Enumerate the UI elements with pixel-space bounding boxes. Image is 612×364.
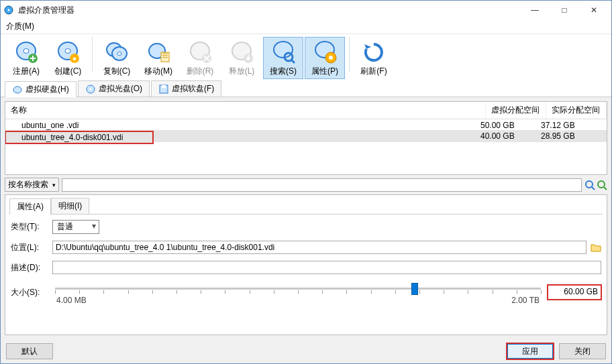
size-min: 4.00 MB xyxy=(56,296,87,305)
maximize-button[interactable]: □ xyxy=(550,1,579,19)
default-button[interactable]: 默认 xyxy=(6,343,53,359)
svg-point-3 xyxy=(23,49,29,54)
refresh-icon xyxy=(362,40,386,64)
search-icon[interactable] xyxy=(584,180,595,190)
col-name[interactable]: 名称 xyxy=(5,102,486,119)
svg-point-1 xyxy=(8,9,10,11)
svg-point-6 xyxy=(65,49,70,54)
properties-panel: 属性(A) 明细(I) 类型(T): 普通 位置(L): 描述(D): xyxy=(5,194,607,335)
svg-line-31 xyxy=(604,187,607,190)
svg-point-25 xyxy=(89,88,91,90)
svg-point-22 xyxy=(329,56,333,60)
size-value-input[interactable]: 60.00 GB xyxy=(548,285,601,300)
separator xyxy=(349,37,350,72)
floppy-icon xyxy=(158,84,169,95)
tab-cd[interactable]: 虚拟光盘(O) xyxy=(78,80,150,97)
hdd-icon xyxy=(12,84,23,95)
disk-plus-icon xyxy=(14,40,38,64)
copy-button[interactable]: 复制(C) xyxy=(97,37,137,79)
separator xyxy=(92,37,93,72)
menu-media[interactable]: 介质(M) xyxy=(6,21,34,31)
size-label: 大小(S): xyxy=(11,287,48,298)
svg-line-29 xyxy=(592,187,595,190)
tab-hdd[interactable]: 虚拟硬盘(H) xyxy=(5,81,76,97)
svg-rect-27 xyxy=(162,85,166,88)
ptab-detail[interactable]: 明细(I) xyxy=(51,198,89,214)
disk-new-icon xyxy=(56,40,80,64)
disk-delete-icon xyxy=(188,40,212,64)
properties-button[interactable]: 属性(P) xyxy=(305,37,345,79)
size-max: 2.00 TB xyxy=(511,296,540,305)
size-slider[interactable]: 4.00 MB 2.00 TB xyxy=(55,281,541,304)
titlebar: 虚拟介质管理器 ― □ ✕ xyxy=(1,1,611,19)
desc-label: 描述(D): xyxy=(11,262,48,274)
disk-gear-icon xyxy=(313,40,337,64)
window-title: 虚拟介质管理器 xyxy=(18,5,520,16)
desc-input[interactable] xyxy=(52,261,601,274)
close-window-button[interactable]: ✕ xyxy=(579,1,609,19)
svg-point-30 xyxy=(598,181,605,188)
svg-point-28 xyxy=(586,181,593,188)
register-button[interactable]: 注册(A) xyxy=(6,37,46,79)
svg-point-10 xyxy=(117,52,121,56)
ptab-properties[interactable]: 属性(A) xyxy=(9,198,51,215)
disk-release-icon xyxy=(230,40,254,64)
menubar: 介质(M) xyxy=(1,19,611,34)
search-bar: 按名称搜索▾ xyxy=(5,178,607,192)
location-input[interactable] xyxy=(52,241,586,254)
search-mode-combo[interactable]: 按名称搜索▾ xyxy=(5,178,59,192)
release-button[interactable]: 释放(L) xyxy=(221,37,262,79)
app-icon xyxy=(3,5,14,15)
col-virtual[interactable]: 虚拟分配空间 xyxy=(486,102,546,119)
svg-point-23 xyxy=(13,86,21,93)
cd-icon xyxy=(85,84,96,95)
type-combo[interactable]: 普通 xyxy=(52,220,99,234)
svg-point-17 xyxy=(274,42,293,58)
disk-list: 名称 虚拟分配空间 实际分配空间 ubuntu_one .vdi 50.00 G… xyxy=(5,101,607,175)
search-input[interactable] xyxy=(62,178,582,192)
list-header: 名称 虚拟分配空间 实际分配空间 xyxy=(5,102,607,119)
location-label: 位置(L): xyxy=(11,242,48,253)
search-next-icon[interactable] xyxy=(597,180,607,190)
button-bar: 默认 应用 关闭 xyxy=(1,339,611,363)
toolbar: 注册(A) 创建(C) 复制(C) 移动(M) 删除(R) 释放(L) 搜索(S… xyxy=(1,34,611,79)
move-button[interactable]: 移动(M) xyxy=(138,37,178,79)
refresh-button[interactable]: 刷新(F) xyxy=(354,37,394,79)
create-button[interactable]: 创建(C) xyxy=(48,37,88,79)
svg-line-19 xyxy=(291,60,295,63)
disk-search-icon xyxy=(271,40,295,64)
col-actual[interactable]: 实际分配空间 xyxy=(546,102,607,119)
browse-folder-icon[interactable] xyxy=(591,242,601,253)
tab-fd[interactable]: 虚拟软盘(F) xyxy=(151,80,221,97)
app-window: 虚拟介质管理器 ― □ ✕ 介质(M) 注册(A) 创建(C) 复制(C) 移动… xyxy=(0,0,612,364)
slider-thumb[interactable] xyxy=(411,283,418,295)
search-button[interactable]: 搜索(S) xyxy=(263,37,303,79)
list-row[interactable]: ubuntu_one .vdi 50.00 GB 37.12 GB xyxy=(5,119,607,131)
type-label: 类型(T): xyxy=(11,221,48,233)
media-tabs: 虚拟硬盘(H) 虚拟光盘(O) 虚拟软盘(F) xyxy=(1,79,611,97)
apply-button[interactable]: 应用 xyxy=(507,343,554,359)
delete-button[interactable]: 删除(R) xyxy=(180,37,220,79)
disk-move-icon xyxy=(146,40,170,64)
minimize-button[interactable]: ― xyxy=(520,1,550,19)
close-button[interactable]: 关闭 xyxy=(559,343,606,359)
disk-copy-icon xyxy=(105,40,129,64)
list-row-selected[interactable]: ubuntu_tree_4.0-disk001.vdi xyxy=(5,131,153,143)
